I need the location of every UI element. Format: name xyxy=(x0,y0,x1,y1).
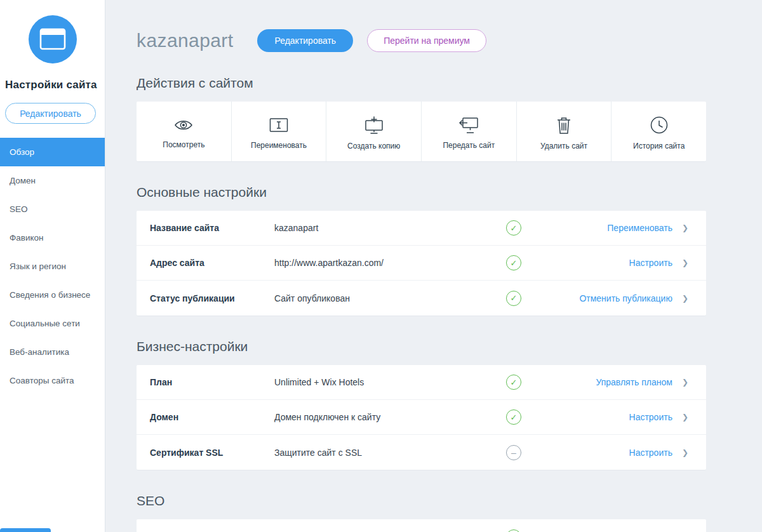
row-site-address: Адрес сайта http://www.apartkazan.com/ Н… xyxy=(137,246,706,281)
sidebar: Настройки сайта Редактировать Обзор Доме… xyxy=(0,0,105,532)
bottom-partial-element xyxy=(0,528,51,532)
row-ssl-certificate: Сертификат SSL Защитите сайт с SSL Настр… xyxy=(137,435,706,470)
site-name-title: kazanapart xyxy=(137,30,233,51)
trash-icon xyxy=(555,116,573,135)
row-value: Сайт опубликован xyxy=(274,293,506,303)
site-settings-logo xyxy=(29,15,77,63)
row-publish-status: Статус публикации Сайт опубликован Отмен… xyxy=(137,281,706,316)
sidebar-item-social-networks[interactable]: Социальные сети xyxy=(0,309,105,338)
row-label: Статус публикации xyxy=(150,293,274,303)
history-clock-icon xyxy=(650,116,669,135)
row-label: Название сайта xyxy=(150,223,274,233)
row-label: Домен xyxy=(150,412,274,422)
chevron-right-icon[interactable] xyxy=(682,378,688,387)
action-label: История сайта xyxy=(633,142,685,150)
edit-site-button[interactable]: Редактировать xyxy=(257,29,353,52)
main-content: kazanapart Редактировать Перейти на прем… xyxy=(105,0,762,532)
row-action-link[interactable]: Управлять планом xyxy=(521,377,672,387)
upgrade-premium-button[interactable]: Перейти на премиум xyxy=(367,29,486,52)
action-label: Создать копию xyxy=(347,142,400,150)
status-ok-icon xyxy=(506,255,521,270)
action-delete-site[interactable]: Удалить сайт xyxy=(517,102,612,161)
sidebar-item-web-analytics[interactable]: Веб-аналитика xyxy=(0,338,105,366)
row-value: Unlimited + Wix Hotels xyxy=(274,377,506,387)
chevron-right-icon[interactable] xyxy=(682,413,688,422)
row-label: Сертификат SSL xyxy=(150,448,274,458)
status-ok-icon xyxy=(506,409,521,425)
browser-window-icon xyxy=(39,28,66,51)
chevron-right-icon[interactable] xyxy=(682,258,688,267)
action-label: Посмотреть xyxy=(163,140,204,149)
sidebar-item-overview[interactable]: Обзор xyxy=(0,138,105,166)
row-search-engines: Поисковые системы Помогите поисковикам н… xyxy=(137,519,706,532)
sidebar-item-language-region[interactable]: Язык и регион xyxy=(0,252,105,281)
page-header: kazanapart Редактировать Перейти на прем… xyxy=(137,29,706,52)
section-heading-business-settings: Бизнес-настройки xyxy=(137,339,706,354)
row-action-link[interactable]: Настроить xyxy=(521,258,672,268)
action-label: Удалить сайт xyxy=(540,142,587,150)
status-neutral-icon xyxy=(506,445,521,460)
row-label: Адрес сайта xyxy=(150,258,274,268)
sidebar-edit-button[interactable]: Редактировать xyxy=(5,103,96,124)
sidebar-item-seo[interactable]: SEO xyxy=(0,195,105,223)
rename-icon xyxy=(269,116,289,134)
sidebar-item-domain[interactable]: Домен xyxy=(0,166,105,195)
row-value: Домен подключен к сайту xyxy=(274,412,506,422)
section-heading-main-settings: Основные настройки xyxy=(137,185,706,200)
row-site-name: Название сайта kazanapart Переименовать xyxy=(137,211,706,246)
row-action-link[interactable]: Отменить публикацию xyxy=(521,293,672,303)
row-value: Защитите сайт с SSL xyxy=(274,448,506,458)
business-settings-card: План Unlimited + Wix Hotels Управлять пл… xyxy=(137,365,706,470)
row-action-link[interactable]: Настроить xyxy=(521,448,672,458)
eye-icon xyxy=(173,117,194,133)
sidebar-item-favicon[interactable]: Фавикон xyxy=(0,223,105,252)
action-site-history[interactable]: История сайта xyxy=(612,102,706,161)
status-ok-icon xyxy=(506,220,521,236)
action-rename-site[interactable]: Переименовать xyxy=(232,102,327,161)
row-value: http://www.apartkazan.com/ xyxy=(274,258,506,268)
sidebar-title: Настройки сайта xyxy=(5,79,105,91)
row-plan: План Unlimited + Wix Hotels Управлять пл… xyxy=(137,365,706,400)
action-duplicate-site[interactable]: Создать копию xyxy=(326,102,422,161)
action-label: Передать сайт xyxy=(443,141,495,150)
seo-card: Поисковые системы Помогите поисковикам н… xyxy=(137,519,706,532)
transfer-site-icon xyxy=(458,116,479,134)
duplicate-site-icon xyxy=(363,116,385,135)
chevron-right-icon[interactable] xyxy=(682,294,688,303)
section-heading-seo: SEO xyxy=(137,493,706,509)
status-ok-icon xyxy=(506,375,521,390)
status-ok-icon xyxy=(506,529,521,532)
row-label: План xyxy=(150,377,274,387)
row-action-link[interactable]: Переименовать xyxy=(521,223,672,233)
chevron-right-icon[interactable] xyxy=(682,448,688,457)
main-settings-card: Название сайта kazanapart Переименовать … xyxy=(137,211,706,316)
sidebar-item-business-info[interactable]: Сведения о бизнесе xyxy=(0,281,105,309)
sidebar-item-site-collaborators[interactable]: Соавторы сайта xyxy=(0,366,105,395)
section-heading-site-actions: Действия с сайтом xyxy=(137,76,706,91)
row-value: kazanapart xyxy=(274,223,506,233)
action-label: Переименовать xyxy=(251,141,307,150)
chevron-right-icon[interactable] xyxy=(682,223,688,232)
sidebar-nav: Обзор Домен SEO Фавикон Язык и регион Св… xyxy=(0,138,105,395)
status-ok-icon xyxy=(506,291,521,306)
action-view-site[interactable]: Посмотреть xyxy=(137,102,232,161)
site-actions-card: Посмотреть Переименовать Создать копию xyxy=(137,102,706,161)
row-domain: Домен Домен подключен к сайту Настроить xyxy=(137,400,706,435)
action-transfer-site[interactable]: Передать сайт xyxy=(422,102,517,161)
row-action-link[interactable]: Настроить xyxy=(521,412,672,422)
